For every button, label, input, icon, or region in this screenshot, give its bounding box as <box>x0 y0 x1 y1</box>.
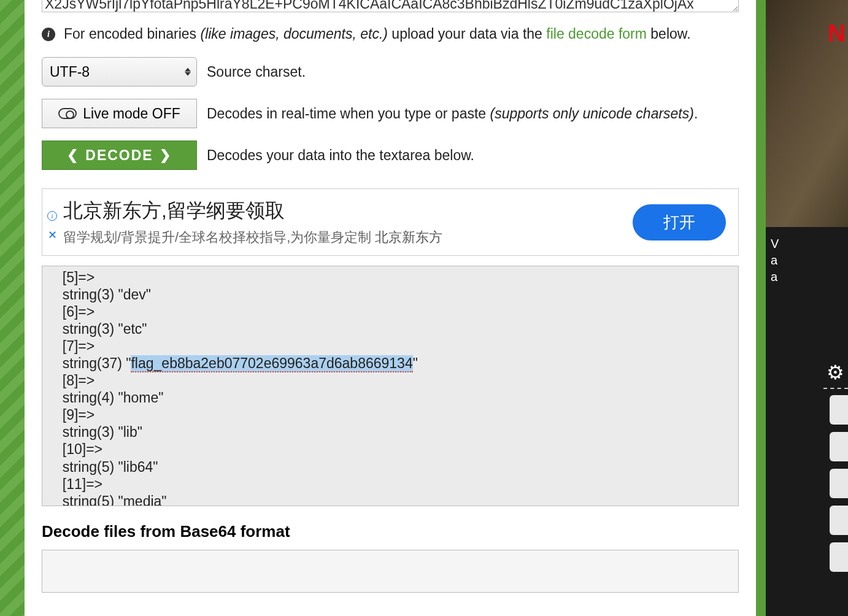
decode-desc: Decodes your data into the textarea belo… <box>207 147 474 164</box>
background-gap <box>756 0 766 616</box>
ad-title: 北京新东方,留学纲要领取 <box>63 198 633 225</box>
background-pattern-left <box>0 0 25 616</box>
dashed-divider <box>823 388 848 389</box>
ad-subtitle-grey: 留学规划/背景提升/全球名校择校指导,为你量身定制 <box>63 229 375 245</box>
decode-button[interactable]: ❮ DECODE ❯ <box>42 141 197 170</box>
chevron-right-icon: ❯ <box>160 147 172 163</box>
live-mode-desc-prefix: Decodes in real-time when you type or pa… <box>207 106 490 121</box>
ad-close-icon[interactable]: ✕ <box>48 228 57 242</box>
live-mode-desc-italic: (supports only unicode charsets) <box>490 106 694 121</box>
netflix-logo-icon[interactable]: N <box>828 20 846 47</box>
decoded-output-textarea[interactable]: [5]=> string(3) "dev" [6]=> string(3) "e… <box>42 266 739 506</box>
charset-label: Source charset. <box>207 64 306 80</box>
file-upload-area[interactable] <box>42 550 739 593</box>
side-tab-3[interactable] <box>830 469 848 498</box>
ad-subtitle-brand: 北京新东方 <box>375 229 442 245</box>
decode-button-label: DECODE <box>85 147 153 164</box>
gear-icon[interactable]: ⚙ <box>827 361 844 384</box>
ad-info-icon[interactable]: i <box>47 211 57 221</box>
info-message: i For encoded binaries (like images, doc… <box>25 15 756 51</box>
toggle-icon <box>58 108 77 119</box>
side-tab-5[interactable] <box>830 542 848 572</box>
charset-select[interactable]: UTF-8 <box>42 57 197 87</box>
ad-open-button[interactable]: 打开 <box>633 204 726 241</box>
main-panel: X2JsYW5rIjl7lpYfotaPnp5HlraY8L2E+PC9oMT4… <box>25 0 756 616</box>
side-tab-1[interactable] <box>830 395 848 425</box>
live-mode-label: Live mode OFF <box>83 106 180 122</box>
sidebar-image: N <box>766 0 848 227</box>
selected-flag-text[interactable]: flag_eb8ba2eb07702e69963a7d6ab8669134 <box>131 355 412 372</box>
right-sidebar-ad: N V a a ⚙ <box>766 0 848 616</box>
chevron-left-icon: ❮ <box>67 147 79 163</box>
live-mode-desc-suffix: . <box>694 106 698 121</box>
file-decode-form-link[interactable]: file decode form <box>546 26 647 42</box>
advertisement-banner[interactable]: i ✕ 北京新东方,留学纲要领取 留学规划/背景提升/全球名校择校指导,为你量身… <box>42 188 739 256</box>
info-icon: i <box>42 28 55 41</box>
live-mode-toggle-button[interactable]: Live mode OFF <box>42 99 197 128</box>
info-text-italic: (like images, documents, etc.) <box>200 26 388 42</box>
encoded-input-textarea[interactable]: X2JsYW5rIjl7lpYfotaPnp5HlraY8L2E+PC9oMT4… <box>42 0 739 12</box>
file-decode-heading: Decode files from Base64 format <box>25 506 756 550</box>
info-text-suffix: below. <box>647 26 691 42</box>
info-text-middle: upload your data via the <box>388 26 546 42</box>
side-tab-4[interactable] <box>830 506 848 535</box>
info-text-prefix: For encoded binaries <box>64 26 200 42</box>
side-tab-2[interactable] <box>830 432 848 461</box>
